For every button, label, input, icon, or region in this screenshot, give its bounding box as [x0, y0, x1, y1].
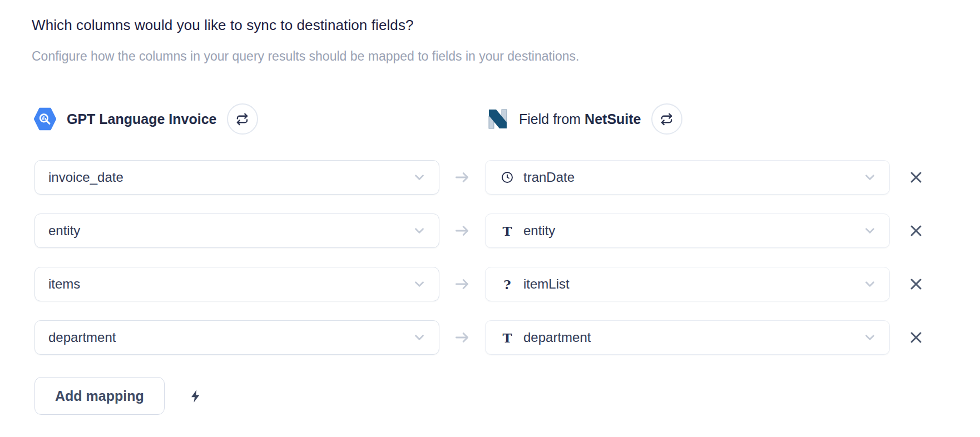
mapping-row-1: invoice_date tranDate: [34, 160, 925, 195]
mapping-row-2: entity T entity: [34, 213, 925, 248]
chevron-down-icon: [863, 170, 877, 185]
close-icon: [908, 222, 924, 239]
chevron-down-icon: [412, 277, 427, 291]
destination-field-select-3[interactable]: ? itemList: [485, 267, 890, 301]
source-field-select-3[interactable]: items: [34, 267, 439, 301]
source-swap-button[interactable]: [227, 103, 258, 135]
destination-label-brand: NetSuite: [585, 111, 641, 127]
remove-mapping-button-3[interactable]: [907, 275, 925, 294]
chevron-down-icon: [863, 277, 877, 291]
arrow-right-icon: [439, 275, 485, 294]
source-field-select-1[interactable]: invoice_date: [34, 160, 439, 195]
netsuite-icon: [487, 108, 509, 130]
destination-field-value: department: [523, 330, 591, 345]
source-field-value: department: [48, 330, 116, 345]
text-icon: T: [500, 225, 514, 237]
destination-field-value: itemList: [523, 276, 570, 292]
close-icon: [908, 329, 924, 346]
remove-mapping-button-1[interactable]: [907, 168, 925, 187]
chevron-down-icon: [412, 170, 427, 185]
destination-field-select-2[interactable]: T entity: [485, 213, 890, 248]
source-field-select-2[interactable]: entity: [34, 213, 439, 248]
source-field-value: entity: [48, 223, 80, 239]
destination-field-value: tranDate: [523, 170, 575, 185]
chevron-down-icon: [863, 330, 877, 345]
source-column-header: GPT Language Invoice: [33, 102, 258, 136]
destination-label-prefix: Field from: [519, 111, 585, 127]
source-field-value: invoice_date: [48, 170, 123, 185]
source-column-label: GPT Language Invoice: [67, 111, 217, 127]
destination-field-value: entity: [523, 223, 555, 239]
destination-column-header: Field from NetSuite: [487, 102, 682, 136]
chevron-down-icon: [412, 224, 427, 238]
arrow-right-icon: [439, 168, 485, 187]
destination-field-select-4[interactable]: T department: [485, 320, 890, 355]
repeat-icon: [660, 113, 673, 126]
text-icon: T: [500, 331, 514, 344]
arrow-right-icon: [439, 328, 485, 347]
bigquery-icon: [33, 107, 57, 131]
unknown-type-icon: ?: [500, 278, 514, 291]
page-subtitle: Configure how the columns in your query …: [32, 49, 579, 64]
mapping-row-3: items ? itemList: [34, 267, 925, 301]
chevron-down-icon: [863, 224, 877, 238]
remove-mapping-button-4[interactable]: [907, 328, 925, 347]
close-icon: [908, 276, 924, 292]
close-icon: [908, 169, 924, 186]
mapping-row-4: department T department: [34, 320, 925, 355]
mapping-rows: invoice_date tranDate ent: [34, 160, 925, 374]
source-field-value: items: [48, 276, 80, 292]
destination-field-select-1[interactable]: tranDate: [485, 160, 890, 195]
arrow-right-icon: [439, 221, 485, 240]
remove-mapping-button-2[interactable]: [907, 221, 925, 240]
page-title: Which columns would you like to sync to …: [32, 17, 414, 34]
footer-actions: Add mapping: [34, 377, 203, 415]
source-field-select-4[interactable]: department: [34, 320, 439, 355]
destination-swap-button[interactable]: [651, 103, 682, 135]
clock-icon: [500, 171, 514, 184]
add-mapping-button[interactable]: Add mapping: [34, 377, 165, 415]
destination-column-label: Field from NetSuite: [519, 111, 641, 127]
lightning-icon[interactable]: [188, 389, 203, 404]
chevron-down-icon: [412, 330, 427, 345]
repeat-icon: [236, 113, 249, 126]
